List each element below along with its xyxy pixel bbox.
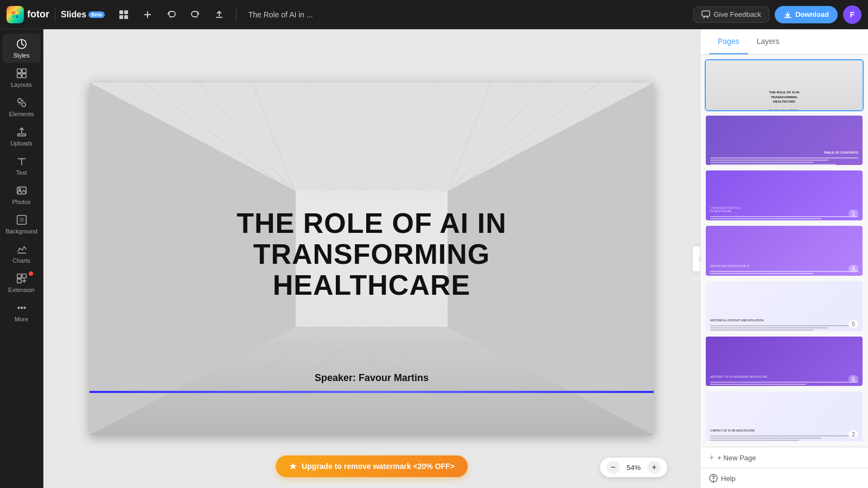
sidebar-item-extension[interactable]: Extension — [3, 268, 41, 297]
collapse-panel-handle[interactable]: › — [692, 246, 700, 272]
logo-divider — [55, 8, 55, 21]
page-thumb-inner-1: THE ROLE OF AI INTRANSFORMINGHEALTHCARE … — [706, 60, 863, 111]
sidebar-item-charts[interactable]: Charts — [3, 239, 41, 268]
presentation-title-input[interactable] — [244, 8, 348, 21]
svg-rect-8 — [17, 69, 21, 73]
topbar: fotor Slides Beta Give Feedback Download… — [0, 0, 868, 29]
sidebar-styles-label: Styles — [14, 52, 30, 59]
page-thumb-inner-3: 1 INTRODUCTION TO AIIN HEALTHCARE — [706, 170, 863, 221]
zoom-controls: − 54% + — [600, 458, 667, 477]
sidebar-item-text[interactable]: Text — [3, 151, 41, 180]
svg-rect-6 — [702, 11, 710, 16]
page-thumb-inner-5: HISTORICAL CONTEXT AND EVOLUTION — [706, 281, 863, 332]
page-thumb-4[interactable]: IDENTIFYING SOURCES OF AI 4 — [705, 225, 864, 277]
page-thumb-1[interactable]: THE ROLE OF AI INTRANSFORMINGHEALTHCARE … — [705, 59, 864, 111]
help-icon — [709, 474, 718, 483]
upload-button[interactable] — [210, 5, 228, 24]
zoom-value: 54% — [624, 464, 643, 472]
help-label: Help — [721, 474, 736, 483]
svg-point-61 — [713, 481, 714, 481]
slides-text: Slides — [61, 10, 86, 20]
svg-rect-2 — [119, 15, 123, 19]
page-thumb-5[interactable]: HISTORICAL CONTEXT AND EVOLUTION 5 — [705, 280, 864, 332]
svg-point-12 — [17, 99, 21, 103]
sidebar-item-more[interactable]: More — [3, 297, 41, 327]
page-number-5: 5 — [848, 320, 858, 328]
help-button[interactable]: Help — [700, 468, 868, 488]
add-button[interactable] — [138, 5, 157, 24]
svg-point-13 — [22, 103, 25, 106]
sidebar-item-layouts[interactable]: Layouts — [3, 63, 41, 92]
logo-area: fotor Slides Beta — [7, 6, 105, 23]
upgrade-banner[interactable]: Upgrade to remove watermark <20% OFF> — [276, 455, 468, 477]
sidebar-photos-label: Photos — [12, 199, 30, 205]
zoom-out-button[interactable]: − — [607, 461, 620, 474]
page-number-6: 6 — [848, 375, 858, 383]
redo-button[interactable] — [186, 5, 205, 24]
svg-rect-0 — [119, 10, 123, 14]
download-button[interactable]: Download — [775, 6, 838, 23]
page-thumb-inner-6: ABSTRACT OF AI IN MODERN HEALTHCARE — [706, 337, 863, 388]
download-label: Download — [795, 10, 829, 18]
sidebar-text-label: Text — [16, 169, 27, 176]
topbar-divider — [236, 8, 237, 21]
svg-rect-25 — [22, 274, 25, 278]
svg-rect-3 — [124, 15, 128, 19]
svg-point-27 — [21, 307, 22, 309]
fotor-logo-text: fotor — [27, 9, 49, 20]
grid-view-button[interactable] — [114, 5, 133, 24]
slides-badge: Slides Beta — [61, 10, 105, 20]
left-sidebar: Styles Layouts Elements Uploads Text Pho… — [0, 29, 43, 488]
feedback-button[interactable]: Give Feedback — [693, 7, 769, 23]
sidebar-layouts-label: Layouts — [11, 81, 32, 88]
user-avatar[interactable]: F — [843, 5, 861, 24]
right-panel: Pages Layers THE ROLE OF AI INTRANSFORMI… — [700, 29, 868, 488]
sidebar-more-label: More — [15, 316, 28, 322]
page-number-3: 1 — [848, 210, 858, 217]
new-page-plus-icon: + — [709, 453, 714, 462]
feedback-label: Give Feedback — [713, 10, 761, 18]
page-thumb-inner-2: TABLE OF CONTENTS — [706, 116, 863, 167]
svg-point-28 — [18, 307, 20, 309]
new-page-button[interactable]: + + New Page — [700, 447, 868, 468]
sidebar-item-elements[interactable]: Elements — [3, 92, 41, 122]
page-thumb-7[interactable]: 2 IMPACT OF AI ON HEALTHCARE 2 — [705, 390, 864, 442]
pages-list: THE ROLE OF AI INTRANSFORMINGHEALTHCARE … — [700, 55, 868, 447]
tab-pages[interactable]: Pages — [709, 29, 748, 54]
tab-layers[interactable]: Layers — [748, 29, 788, 54]
page-thumb-2[interactable]: TABLE OF CONTENTS — [705, 115, 864, 167]
page-thumb-3[interactable]: 1 INTRODUCTION TO AIIN HEALTHCARE 1 — [705, 169, 864, 221]
sidebar-extension-label: Extension — [8, 287, 34, 293]
sidebar-background-label: Background — [5, 228, 37, 235]
sidebar-uploads-label: Uploads — [10, 140, 32, 147]
page-thumb-6[interactable]: ABSTRACT OF AI IN MODERN HEALTHCARE 6 — [705, 335, 864, 388]
slide-blue-line — [90, 391, 654, 393]
notification-dot — [29, 271, 33, 276]
zoom-in-button[interactable]: + — [648, 461, 661, 474]
sidebar-item-photos[interactable]: Photos — [3, 180, 41, 210]
sidebar-charts-label: Charts — [12, 257, 30, 264]
svg-rect-1 — [124, 10, 128, 14]
sidebar-item-uploads[interactable]: Uploads — [3, 122, 41, 151]
sidebar-elements-label: Elements — [9, 111, 34, 117]
page-number-7: 2 — [848, 430, 858, 438]
fotor-logo-icon — [7, 6, 24, 23]
right-panel-tabs: Pages Layers — [700, 29, 868, 55]
svg-rect-10 — [17, 74, 21, 78]
canvas-area[interactable]: THE ROLE OF AI IN TRANSFORMING HEALTHCAR… — [43, 29, 700, 488]
svg-rect-26 — [17, 279, 21, 283]
svg-marker-59 — [289, 463, 297, 470]
page-number-4: 4 — [848, 265, 858, 272]
new-page-label: + New Page — [717, 454, 756, 462]
page-thumb-inner-4: IDENTIFYING SOURCES OF AI — [706, 226, 863, 277]
sidebar-item-styles[interactable]: Styles — [3, 34, 41, 63]
slide-canvas[interactable]: THE ROLE OF AI IN TRANSFORMING HEALTHCAR… — [90, 83, 654, 435]
svg-rect-24 — [17, 274, 21, 278]
sidebar-item-background[interactable]: Background — [3, 210, 41, 239]
undo-button[interactable] — [162, 5, 181, 24]
main-content: Styles Layouts Elements Uploads Text Pho… — [0, 29, 868, 488]
svg-point-29 — [24, 307, 25, 309]
svg-rect-11 — [22, 74, 25, 78]
svg-point-22 — [20, 218, 23, 221]
upgrade-text: Upgrade to remove watermark <20% OFF> — [302, 462, 455, 471]
